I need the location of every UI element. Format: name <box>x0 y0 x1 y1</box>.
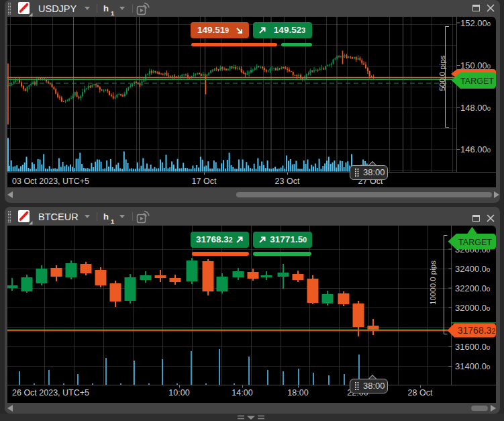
svg-text:148.000: 148.000 <box>460 103 491 113</box>
svg-text:17 Oct: 17 Oct <box>192 177 217 186</box>
svg-text:152.000: 152.000 <box>460 18 491 28</box>
svg-text:18:00: 18:00 <box>287 388 308 397</box>
svg-text:03 Oct 2023, UTC+5: 03 Oct 2023, UTC+5 <box>12 177 89 186</box>
svg-text:31600.00: 31600.00 <box>455 342 490 352</box>
svg-text:10:00: 10:00 <box>168 388 189 397</box>
svg-text:32200.00: 32200.00 <box>455 283 490 293</box>
svg-text:146.000: 146.000 <box>460 144 491 154</box>
svg-text:150.000: 150.000 <box>460 60 491 71</box>
svg-text:31400.00: 31400.00 <box>455 361 490 371</box>
svg-text:TARGET: TARGET <box>458 238 492 247</box>
svg-text:28 Oct: 28 Oct <box>408 388 433 397</box>
svg-text:500.0 pips: 500.0 pips <box>438 55 446 91</box>
svg-text:26 Oct 2023, UTC+5: 26 Oct 2023, UTC+5 <box>12 388 89 397</box>
svg-text:23 Oct: 23 Oct <box>275 177 300 186</box>
svg-text:32400.00: 32400.00 <box>455 264 490 274</box>
svg-text:31768.32: 31768.32 <box>458 325 496 336</box>
svg-text:32000.00: 32000.00 <box>455 303 490 313</box>
svg-text:14:00: 14:00 <box>232 388 252 397</box>
svg-text:10000.0 pips: 10000.0 pips <box>429 261 437 305</box>
svg-text:TARGET: TARGET <box>460 77 494 86</box>
